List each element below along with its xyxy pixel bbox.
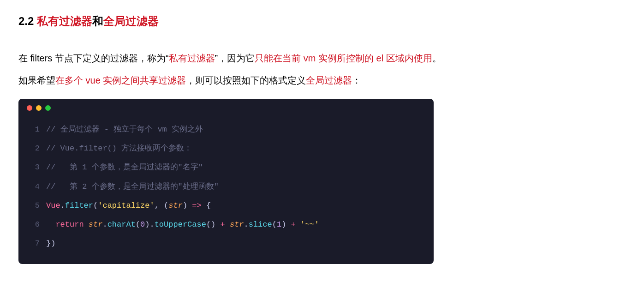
description-paragraph: 在 filters 节点下定义的过滤器，称为“私有过滤器”，因为它只能在当前 v… (18, 47, 626, 91)
line-content: // 全局过滤器 - 独立于每个 vm 实例之外 (46, 123, 434, 136)
section-heading: 2.2 私有过滤器和全局过滤器 (18, 9, 626, 29)
code-line: 7 }) (18, 234, 434, 253)
line-number: 2 (18, 142, 46, 155)
line-number: 5 (18, 199, 46, 212)
para-text-1b: 私有过滤器 (169, 53, 215, 63)
code-lines: 1 // 全局过滤器 - 独立于每个 vm 实例之外 2 // Vue.filt… (18, 114, 434, 264)
line-number: 4 (18, 180, 46, 193)
line-number: 6 (18, 218, 46, 231)
heading-number: 2.2 (18, 15, 37, 27)
line-content: // Vue.filter() 方法接收两个参数： (46, 142, 434, 155)
para-text-1a: 在 filters 节点下定义的过滤器，称为“ (18, 53, 169, 63)
code-block: 1 // 全局过滤器 - 独立于每个 vm 实例之外 2 // Vue.filt… (18, 99, 434, 264)
para-text-2a: 如果希望 (18, 75, 55, 85)
line-number: 1 (18, 123, 46, 136)
heading-conjunction: 和 (92, 15, 103, 27)
para-text-1e: 。 (432, 53, 441, 63)
window-maximize-icon (45, 105, 51, 111)
heading-red2: 全局过滤器 (103, 15, 159, 27)
line-content: // 第 2 个参数，是全局过滤器的"处理函数" (46, 180, 434, 193)
para-text-1c: ”，因为它 (215, 53, 255, 63)
line-content: return str.charAt(0).toUpperCase() + str… (46, 218, 434, 231)
para-text-2b: 在多个 vue 实例之间共享过滤器 (55, 75, 186, 85)
code-line: 4 // 第 2 个参数，是全局过滤器的"处理函数" (18, 177, 434, 196)
line-content: Vue.filter('capitalize', (str) => { (46, 199, 434, 212)
para-text-2e: ： (352, 75, 361, 85)
code-titlebar (18, 99, 434, 114)
window-minimize-icon (36, 105, 42, 111)
para-text-2d: 全局过滤器 (306, 75, 352, 85)
heading-red1: 私有过滤器 (37, 15, 92, 27)
line-content: }) (46, 237, 434, 250)
code-line: 1 // 全局过滤器 - 独立于每个 vm 实例之外 (18, 120, 434, 139)
code-line: 6 return str.charAt(0).toUpperCase() + s… (18, 215, 434, 234)
code-line: 3 // 第 1 个参数，是全局过滤器的"名字" (18, 158, 434, 177)
para-text-2c: ，则可以按照如下的格式定义 (186, 75, 306, 85)
code-line: 2 // Vue.filter() 方法接收两个参数： (18, 139, 434, 158)
window-close-icon (27, 105, 32, 111)
para-text-1d: 只能在当前 vm 实例所控制的 el 区域内使用 (255, 53, 432, 63)
line-number: 7 (18, 237, 46, 250)
code-line: 5 Vue.filter('capitalize', (str) => { (18, 196, 434, 215)
line-content: // 第 1 个参数，是全局过滤器的"名字" (46, 161, 434, 174)
line-number: 3 (18, 161, 46, 174)
